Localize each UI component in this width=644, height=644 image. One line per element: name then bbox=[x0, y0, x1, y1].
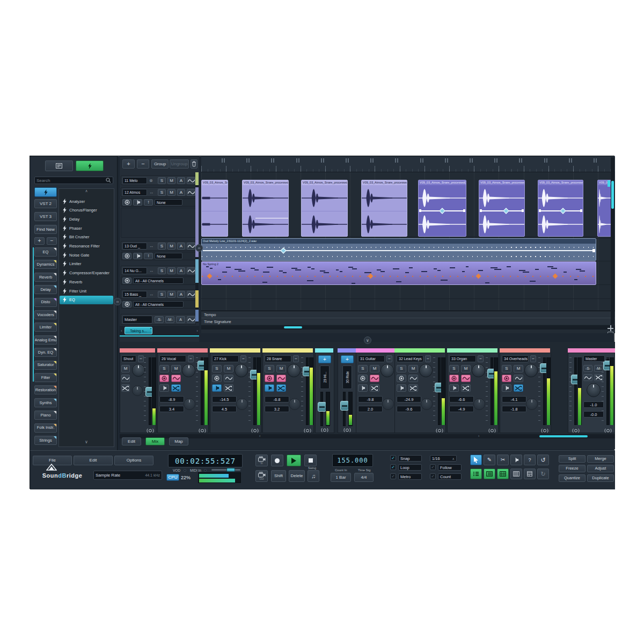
solo-route-icon[interactable]: ⊗ bbox=[149, 178, 153, 183]
stereo-icon[interactable] bbox=[198, 428, 207, 433]
midi-note[interactable] bbox=[478, 270, 483, 271]
track-m-button[interactable]: M bbox=[167, 243, 175, 250]
pan-tool-icon[interactable] bbox=[607, 325, 614, 332]
category-dynamics[interactable]: Dynamics bbox=[34, 260, 57, 269]
count-in-value[interactable]: 1 Bar bbox=[331, 473, 351, 482]
route-icon[interactable]: ↔ bbox=[149, 244, 153, 248]
midi-note[interactable] bbox=[377, 269, 381, 270]
snapshot-icon[interactable] bbox=[608, 332, 613, 333]
midi-note[interactable] bbox=[523, 272, 529, 273]
stereo-icon[interactable] bbox=[146, 428, 155, 433]
route-icon[interactable]: ↔ bbox=[149, 292, 153, 297]
split-button[interactable]: Split bbox=[559, 455, 586, 463]
master-swap-button[interactable] bbox=[594, 374, 603, 381]
midi-note[interactable] bbox=[519, 270, 525, 271]
track-name-field[interactable]: 13 Oud _ bbox=[122, 243, 147, 250]
mixer-scroll-right-icon[interactable]: › bbox=[478, 434, 479, 438]
category-restoration[interactable]: Restoration bbox=[34, 385, 57, 394]
midi-note[interactable] bbox=[450, 267, 455, 268]
midi-note[interactable] bbox=[530, 281, 536, 282]
time-signature-lane[interactable]: Time Signature bbox=[201, 318, 615, 325]
step-grid-button[interactable] bbox=[510, 469, 522, 479]
midi-note[interactable] bbox=[535, 269, 539, 270]
sidebar-tab-vst2[interactable]: VST 2 bbox=[34, 199, 57, 208]
gain-knob[interactable] bbox=[473, 398, 485, 410]
track-s-button[interactable]: S bbox=[158, 267, 166, 274]
mute-button[interactable]: M bbox=[224, 365, 233, 372]
pan-knob[interactable] bbox=[287, 364, 301, 377]
channel-name-field[interactable]: Shout bbox=[121, 355, 136, 362]
midi-cc-node-icon[interactable] bbox=[553, 274, 558, 279]
midi-note[interactable] bbox=[551, 268, 557, 269]
record-arm-button[interactable] bbox=[449, 375, 459, 382]
fader-track[interactable] bbox=[253, 357, 256, 425]
edit-menu-button[interactable]: Edit bbox=[74, 456, 113, 465]
automation-endpoint[interactable] bbox=[522, 209, 524, 212]
pan-knob[interactable] bbox=[524, 364, 538, 377]
category-folkinstr[interactable]: Folk Instr. bbox=[34, 423, 57, 433]
record-arm-button[interactable] bbox=[397, 375, 406, 382]
audition-tool-button[interactable] bbox=[510, 455, 522, 465]
midi-note[interactable] bbox=[263, 272, 269, 273]
keyboard-button[interactable] bbox=[524, 469, 536, 479]
freeze-button[interactable]: Freeze bbox=[559, 465, 586, 472]
master-volume-field[interactable]: -1.0 bbox=[583, 401, 604, 408]
plugin-item-filterunit[interactable]: Filter Unit bbox=[60, 287, 113, 295]
volume-value-field[interactable]: -6.8 bbox=[265, 396, 289, 402]
track-record-arm-button[interactable] bbox=[122, 277, 131, 284]
oud-automation-line[interactable] bbox=[203, 250, 595, 251]
midi-note[interactable] bbox=[267, 267, 273, 268]
mute-button[interactable]: M bbox=[370, 365, 379, 372]
midi-note[interactable] bbox=[409, 267, 413, 268]
mixer-h-scrollbar[interactable]: ‹› bbox=[120, 434, 615, 438]
mixer-edit-button[interactable]: Edit bbox=[122, 437, 141, 445]
category-disto[interactable]: Disto bbox=[34, 298, 57, 307]
midi-note[interactable] bbox=[324, 272, 329, 273]
automation-button[interactable] bbox=[171, 375, 181, 382]
record-arm-button[interactable] bbox=[358, 375, 368, 382]
browser-tab-button[interactable] bbox=[45, 160, 73, 171]
midi-note[interactable] bbox=[462, 271, 465, 272]
toggle-loop[interactable]: Loop bbox=[398, 464, 422, 471]
midi-note[interactable] bbox=[547, 266, 553, 267]
stereo-swap-button[interactable] bbox=[461, 384, 471, 392]
sidebar-tab-vst3[interactable]: VST 3 bbox=[34, 212, 57, 221]
stereo-icon[interactable] bbox=[303, 428, 312, 433]
search-input[interactable]: Search bbox=[34, 177, 113, 184]
midi-note[interactable] bbox=[291, 268, 297, 269]
fader-track[interactable] bbox=[491, 357, 493, 425]
automation-button[interactable] bbox=[224, 375, 233, 382]
gain-knob[interactable] bbox=[289, 398, 301, 410]
monitor-speaker-button[interactable] bbox=[449, 384, 459, 392]
clip-automation-line[interactable] bbox=[480, 210, 523, 211]
plugin-tab-button[interactable] bbox=[76, 160, 104, 171]
merge-button[interactable]: Merge bbox=[587, 455, 614, 463]
track-automation-button[interactable] bbox=[187, 177, 195, 184]
fader-handle[interactable] bbox=[318, 402, 326, 412]
gain-knob[interactable] bbox=[236, 398, 248, 410]
pan-knob[interactable] bbox=[472, 364, 485, 377]
track-record-arm-button[interactable] bbox=[122, 199, 131, 206]
category-piano[interactable]: Piano bbox=[34, 411, 57, 420]
midi-note[interactable] bbox=[226, 267, 231, 268]
stereo-swap-button[interactable] bbox=[408, 384, 418, 392]
automation-endpoint[interactable] bbox=[592, 249, 595, 252]
volume-value-field[interactable]: -8.9 bbox=[159, 396, 184, 402]
master-menu-button[interactable]: ··· bbox=[606, 356, 610, 360]
mute-button[interactable]: M bbox=[461, 365, 471, 372]
track-view-button[interactable] bbox=[470, 469, 482, 479]
midi-cc-node-icon[interactable] bbox=[476, 274, 481, 279]
help-tool-button[interactable]: ? bbox=[524, 455, 536, 465]
fader-track[interactable] bbox=[574, 357, 577, 425]
checkbox-follow[interactable]: ✓ bbox=[430, 464, 436, 470]
pan-value-field[interactable]: 3.2 bbox=[265, 406, 289, 412]
options-menu-button[interactable]: Options bbox=[114, 456, 153, 465]
track-s-button[interactable]: S bbox=[158, 177, 166, 184]
mute-button[interactable]: M bbox=[121, 365, 130, 372]
midi-cc-node-icon[interactable] bbox=[368, 274, 373, 279]
solo-button[interactable]: S bbox=[265, 365, 274, 372]
category-strings[interactable]: Strings bbox=[34, 436, 57, 445]
shift-button[interactable]: Shift bbox=[271, 470, 286, 482]
pan-value-field[interactable]: 4.5 bbox=[212, 406, 237, 412]
plugin-item-reverb[interactable]: Reverb bbox=[60, 277, 113, 286]
